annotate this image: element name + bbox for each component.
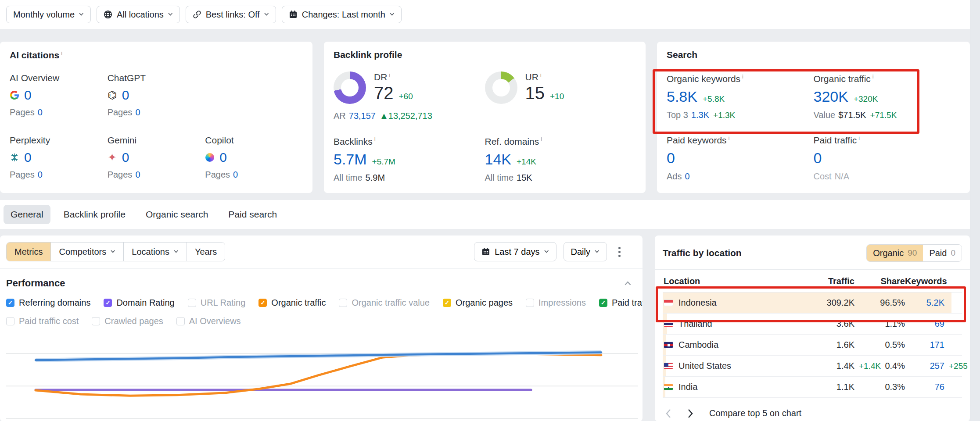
paid-traffic-value-link[interactable]: 0 — [814, 150, 822, 167]
info-icon[interactable]: i — [61, 50, 62, 56]
tab-general[interactable]: General — [4, 205, 50, 224]
gemini-count[interactable]: 0 — [122, 150, 129, 165]
keywords-link[interactable]: 171 — [930, 340, 944, 350]
pages-count-link[interactable]: 0 — [135, 107, 140, 117]
checkbox-icon — [443, 299, 451, 307]
dashboard-page: Monthly volume All locations Best links:… — [0, 0, 980, 421]
metric-label: URL Rating — [201, 298, 246, 308]
best-links-filter[interactable]: Best links: Off — [186, 6, 276, 23]
tab-organic-search[interactable]: Organic search — [139, 205, 215, 224]
info-icon[interactable]: i — [374, 136, 376, 143]
changes-filter[interactable]: Changes: Last month — [282, 6, 402, 23]
info-icon[interactable]: i — [541, 136, 542, 143]
keywords-link[interactable]: 69 — [935, 319, 944, 328]
metric-checkbox-ai-overviews[interactable]: AI Overviews — [176, 316, 241, 326]
prev-page-chevron-icon[interactable] — [665, 409, 671, 418]
monthly-volume-filter[interactable]: Monthly volume — [6, 6, 91, 23]
tab-backlink-profile[interactable]: Backlink profile — [57, 205, 133, 224]
next-page-chevron-icon[interactable] — [687, 409, 693, 418]
metric-checkbox-organic-traffic-value[interactable]: Organic traffic value — [339, 298, 430, 308]
chatgpt-count[interactable]: 0 — [122, 88, 129, 103]
traffic-value: $71.5K — [838, 110, 866, 120]
metric-label: Organic traffic value — [352, 298, 430, 308]
info-icon[interactable]: i — [742, 73, 743, 80]
share-column-header[interactable]: Share — [854, 276, 905, 286]
table-row-thailand[interactable]: Thailand 3.6K 1.1% 69 — [663, 314, 962, 335]
gemini-label: Gemini — [108, 135, 205, 146]
pages-count-link[interactable]: 0 — [38, 107, 43, 117]
performance-line-chart — [3, 338, 643, 421]
more-options-kebab-icon[interactable] — [614, 243, 625, 260]
years-segment[interactable]: Years — [187, 243, 225, 261]
location-label: United States — [678, 361, 731, 371]
info-icon[interactable]: i — [872, 73, 874, 80]
ref-domains-value-link[interactable]: 14K — [485, 151, 512, 168]
table-row-united-states[interactable]: United States 1.4K+1.4K 0.4% 257+255 — [663, 356, 962, 377]
ai-citations-title: AI citationsi — [10, 50, 303, 61]
chevron-down-icon — [79, 13, 84, 16]
scrollbar[interactable] — [970, 0, 980, 421]
country-flag-icon — [664, 384, 673, 390]
compare-top5-link[interactable]: Compare top 5 on chart — [709, 408, 801, 418]
date-range-button[interactable]: Last 7 days — [474, 242, 556, 261]
keywords-link[interactable]: 5.2K — [926, 298, 944, 307]
organic-traffic-value-link[interactable]: 320K — [814, 88, 848, 105]
metric-checkbox-url-rating[interactable]: URL Rating — [188, 298, 246, 308]
location-column-header[interactable]: Location — [664, 276, 789, 286]
paid-toggle[interactable]: Paid0 — [923, 245, 962, 261]
table-row-india[interactable]: India 1.1K 0.3% 76 — [663, 377, 962, 398]
info-icon[interactable]: i — [729, 135, 730, 141]
pages-count-link[interactable]: 0 — [38, 170, 43, 179]
keywords-column-header[interactable]: Keywords — [905, 276, 944, 286]
info-icon[interactable]: i — [858, 135, 860, 141]
tab-paid-search[interactable]: Paid search — [221, 205, 284, 224]
openai-icon: ⌬ — [108, 90, 117, 100]
table-row-indonesia[interactable]: Indonesia 309.2K 96.5% 5.2K — [663, 293, 962, 314]
competitors-segment[interactable]: Competitors — [50, 243, 123, 261]
ar-value-link[interactable]: 73,157 — [349, 111, 376, 121]
organic-keywords-value-link[interactable]: 5.8K — [667, 88, 697, 105]
top3-value-link[interactable]: 1.3K — [691, 110, 709, 120]
locations-filter[interactable]: All locations — [97, 6, 180, 23]
chevron-down-icon — [390, 13, 395, 16]
info-icon[interactable]: i — [540, 71, 542, 78]
cost-value: N/A — [835, 171, 849, 181]
alltime-value: 15K — [517, 173, 532, 182]
alltime-value: 5.9M — [366, 173, 385, 182]
backlinks-value-link[interactable]: 5.7M — [334, 151, 367, 168]
granularity-button[interactable]: Daily — [564, 242, 607, 261]
organic-toggle[interactable]: Organic90 — [867, 245, 923, 261]
locations-segment[interactable]: Locations — [123, 243, 187, 261]
table-row-cambodia[interactable]: Cambodia 1.6K 0.5% 171 — [663, 335, 962, 356]
metric-checkbox-organic-traffic[interactable]: Organic traffic — [258, 298, 326, 308]
backlinks-label: Backlinksi — [334, 136, 485, 147]
perplexity-count[interactable]: 0 — [24, 150, 32, 165]
collapse-chevron-up-icon[interactable] — [625, 281, 631, 285]
keywords-link[interactable]: 257 — [930, 361, 944, 371]
metric-checkbox-paid-traffic-cost[interactable]: Paid traffic cost — [6, 316, 79, 326]
metric-checkbox-domain-rating[interactable]: Domain Rating — [104, 298, 174, 308]
organic-keywords-stat: Organic keywordsi 5.8K+5.8K Top 31.3K+1.… — [667, 73, 814, 120]
ads-count-link[interactable]: 0 — [685, 171, 689, 181]
metrics-segment[interactable]: Metrics — [7, 243, 50, 261]
traffic-value: 3.6K — [789, 319, 854, 329]
metric-checkbox-organic-pages[interactable]: Organic pages — [443, 298, 513, 308]
globe-icon — [104, 10, 112, 19]
paid-count-badge: 0 — [951, 248, 955, 258]
ads-label: Ads — [667, 171, 682, 181]
pages-count-link[interactable]: 0 — [135, 170, 140, 179]
traffic-column-header[interactable]: Traffic — [789, 276, 854, 286]
changes-filter-label: Changes: Last month — [302, 10, 385, 20]
metric-checkbox-impressions[interactable]: Impressions — [526, 298, 586, 308]
metric-checkbox-crawled-pages[interactable]: Crawled pages — [92, 316, 163, 326]
ai-overview-count[interactable]: 0 — [24, 88, 32, 103]
copilot-count[interactable]: 0 — [219, 150, 227, 165]
pages-count-link[interactable]: 0 — [233, 170, 238, 179]
metric-checkbox-paid-traffic[interactable]: Paid traffic — [599, 298, 643, 308]
metric-checkbox-referring-domains[interactable]: Referring domains — [6, 298, 90, 308]
paid-keywords-value-link[interactable]: 0 — [667, 150, 675, 167]
top3-label: Top 3 — [667, 110, 688, 120]
info-icon[interactable]: i — [389, 71, 390, 78]
cost-label: Cost — [814, 171, 832, 181]
keywords-link[interactable]: 76 — [935, 382, 944, 392]
